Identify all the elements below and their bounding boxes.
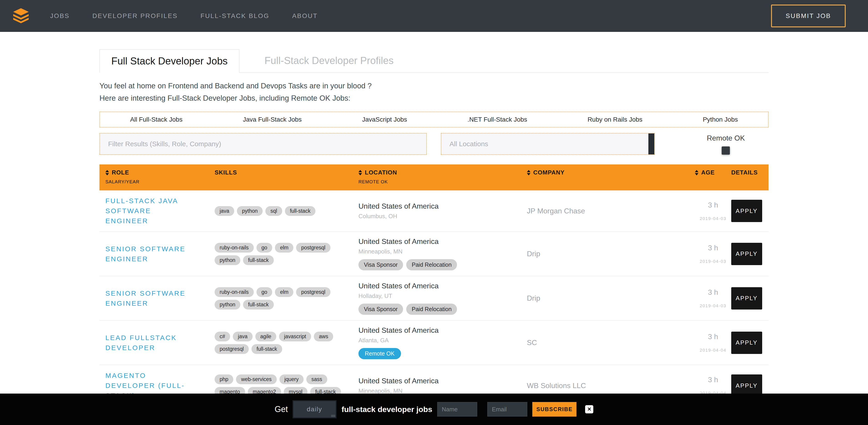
remote-ok-label: Remote OK [707, 134, 745, 142]
skill-tag[interactable]: agile [255, 332, 277, 341]
job-company: SC [527, 338, 695, 347]
job-row: SENIOR SOFTWARE ENGINEER ruby-on-railsgo… [99, 232, 769, 276]
submit-job-button[interactable]: SUBMIT JOB [771, 5, 846, 27]
sort-icon[interactable] [359, 170, 362, 175]
skill-tag[interactable]: c# [215, 332, 230, 341]
job-company: Drip [527, 250, 695, 258]
category-java[interactable]: Java Full-Stack Jobs [243, 116, 302, 123]
nav-item-jobs[interactable]: JOBS [50, 12, 70, 20]
remote-ok-checkbox[interactable] [722, 146, 730, 154]
tab-profiles[interactable]: Full-Stack Developer Profiles [253, 49, 405, 73]
skill-tag[interactable]: sass [306, 374, 327, 384]
skill-tag[interactable]: elm [275, 287, 293, 297]
skill-tag[interactable]: python [215, 300, 240, 310]
job-company: Drip [527, 294, 695, 303]
intro-line-1: You feel at home on Frontend and Backend… [99, 80, 769, 92]
skill-tag[interactable]: php [215, 374, 233, 384]
locations-scrollbar[interactable] [648, 134, 654, 154]
skill-tag[interactable]: aws [314, 332, 333, 341]
header-location[interactable]: LOCATION REMOTE OK [359, 169, 527, 185]
skill-tag[interactable]: web-services [236, 374, 277, 384]
subscribe-get-label: Get [275, 404, 288, 414]
job-date: 2019-04-03 [695, 303, 731, 308]
job-role-link[interactable]: SENIOR SOFTWARE ENGINEER [99, 244, 215, 264]
skill-tag[interactable]: ruby-on-rails [215, 243, 254, 253]
category-all-fullstack[interactable]: All Full-Stack Jobs [130, 116, 183, 123]
filter-input[interactable] [99, 133, 427, 155]
job-badges: Visa SponsorPaid Relocation [359, 259, 527, 271]
skill-tag[interactable]: python [215, 255, 240, 265]
locations-select[interactable]: All Locations [441, 133, 655, 155]
skill-tag[interactable]: postgresql [296, 287, 330, 297]
skill-tag[interactable]: postgresql [296, 243, 330, 253]
header-role[interactable]: ROLE SALARY/YEAR [99, 169, 215, 185]
skill-tag[interactable]: python [237, 206, 262, 216]
job-age: 3 h [695, 201, 731, 209]
skill-tag[interactable]: sql [266, 206, 282, 216]
close-subscribe-icon[interactable]: ✕ [585, 405, 593, 414]
job-role-link[interactable]: FULL-STACK JAVA SOFTWARE ENGINEER [99, 196, 215, 226]
skill-tag[interactable]: elm [275, 243, 293, 253]
header-company[interactable]: COMPANY [527, 169, 695, 185]
sort-icon[interactable] [527, 170, 530, 175]
subscribe-button[interactable]: SUBSCRIBE [532, 402, 577, 417]
apply-button[interactable]: APPLY [731, 243, 762, 265]
category-dotnet[interactable]: .NET Full-Stack Jobs [467, 116, 527, 123]
skill-tag[interactable]: javascript [279, 332, 311, 341]
header-age-label: AGE [701, 169, 715, 176]
job-location: United States of America Columbus, OH [359, 202, 527, 220]
layers-logo-icon[interactable] [13, 8, 29, 24]
table-body: FULL-STACK JAVA SOFTWARE ENGINEER javapy… [99, 191, 769, 425]
category-javascript[interactable]: JavaScript Jobs [362, 116, 407, 123]
sort-icon[interactable] [695, 170, 699, 175]
job-row: SENIOR SOFTWARE ENGINEER ruby-on-railsgo… [99, 276, 769, 321]
category-ruby[interactable]: Ruby on Rails Jobs [588, 116, 643, 123]
tab-jobs[interactable]: Full Stack Developer Jobs [99, 49, 240, 73]
apply-button[interactable]: APPLY [731, 200, 762, 222]
skill-tag[interactable]: full-stack [285, 206, 316, 216]
header-skills: SKILLS [215, 169, 359, 185]
job-location: United States of America Minneapolis, MN [359, 377, 527, 395]
subscribe-name-input[interactable] [437, 402, 477, 417]
nav-item-blog[interactable]: FULL-STACK BLOG [200, 12, 270, 20]
job-location: United States of America Holladay, UT Vi… [359, 282, 527, 315]
perk-badge: Paid Relocation [406, 259, 457, 271]
skill-tag[interactable]: ruby-on-rails [215, 287, 254, 297]
job-skills: ruby-on-railsgoelmpostgresqlpythonfull-s… [215, 287, 359, 310]
header-details-label: DETAILS [731, 169, 757, 176]
header-company-label: COMPANY [533, 169, 565, 176]
skill-tag[interactable]: java [215, 206, 234, 216]
skill-tag[interactable]: postgresql [215, 344, 249, 354]
job-city: Atlanta, GA [359, 337, 527, 344]
skill-tag[interactable]: go [256, 287, 272, 297]
skill-tag[interactable]: full-stack [251, 344, 282, 354]
job-location: United States of America Atlanta, GA Rem… [359, 326, 527, 359]
tab-bar: Full Stack Developer Jobs Full-Stack Dev… [99, 49, 769, 73]
filter-row: All Locations Remote OK [99, 133, 769, 155]
job-role-link[interactable]: LEAD FULLSTACK DEVELOPER [99, 333, 215, 353]
main-content: Full Stack Developer Jobs Full-Stack Dev… [99, 49, 769, 425]
sort-icon[interactable] [105, 170, 109, 175]
subscribe-email-input[interactable] [487, 402, 527, 417]
apply-button[interactable]: APPLY [731, 287, 762, 310]
header-salary-label: SALARY/YEAR [105, 179, 215, 185]
job-row: LEAD FULLSTACK DEVELOPER c#javaagilejava… [99, 321, 769, 365]
nav-item-about[interactable]: ABOUT [292, 12, 318, 20]
locations-placeholder: All Locations [450, 140, 488, 148]
header-age[interactable]: AGE [695, 169, 731, 185]
skill-tag[interactable]: go [256, 243, 272, 253]
apply-button[interactable]: APPLY [731, 332, 762, 354]
page: JOBS DEVELOPER PROFILES FULL-STACK BLOG … [0, 0, 868, 425]
skill-tag[interactable]: full-stack [243, 300, 274, 310]
skill-tag[interactable]: full-stack [243, 255, 274, 265]
skill-tag[interactable]: jquery [279, 374, 304, 384]
job-role-link[interactable]: SENIOR SOFTWARE ENGINEER [99, 288, 215, 308]
job-age: 3 h [695, 333, 731, 341]
job-city: Minneapolis, MN [359, 248, 527, 255]
category-python[interactable]: Python Jobs [703, 116, 738, 123]
job-age-cell: 3 h 2019-04-04 [695, 333, 731, 353]
frequency-select[interactable]: daily [292, 400, 337, 418]
skill-tag[interactable]: java [233, 332, 252, 341]
nav-item-developer-profiles[interactable]: DEVELOPER PROFILES [92, 12, 178, 20]
remote-ok-filter: Remote OK [707, 133, 745, 154]
